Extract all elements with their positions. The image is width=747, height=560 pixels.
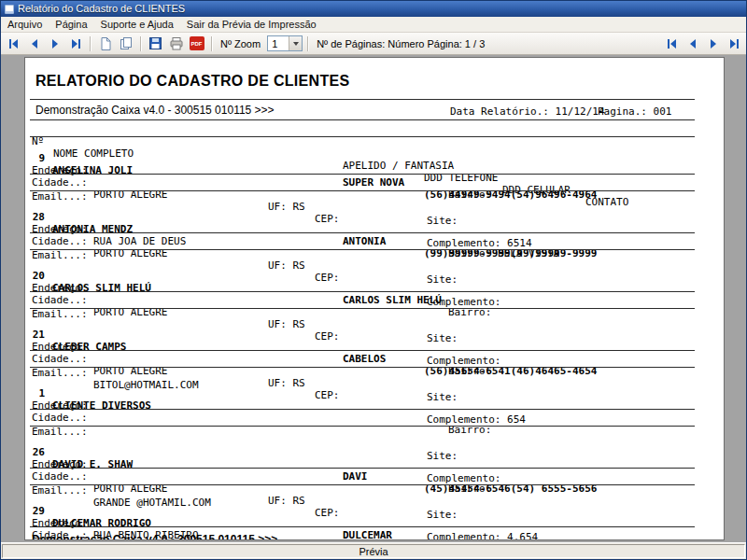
rule [30,426,695,427]
toolbar-separator [90,36,91,51]
client-address-row: Endereço: Bairro: [25,446,724,457]
pages-info-label: Nº de Páginas: Número Página: 1 / 3 [317,38,485,49]
save-icon [148,36,162,50]
print-button[interactable] [166,35,186,53]
zoom-value: 1 [268,36,289,50]
single-page-view-button[interactable] [95,35,115,53]
client-record: 1 CLIENTE DIVERSOS Endereço: Bairro: Cid… [25,375,724,434]
clipped-footer-line: Demonstração Caixa v4.0 - 300515 010115 … [32,533,277,540]
app-icon [5,5,14,14]
client-record: 26 DAVID E. SHAW DAVI (45)45454-6546(54)… [25,434,724,493]
next-page-icon [706,36,721,51]
two-page-view-button[interactable] [116,35,135,53]
statusbar: Prévia [1,542,746,559]
menu-suporte-ajuda[interactable]: Suporte e Ajuda [94,18,180,31]
last-page-button-right[interactable] [724,35,743,53]
rule [30,409,695,410]
toolbar-separator [211,36,212,51]
app-window: Relatório do Cadastro de CLIENTES Arquiv… [0,0,747,560]
client-email-row: Email...: GRANDE @HOTAMIL.COM Site: [25,472,724,483]
client-record: 28 ANTONIA MENDZ ANTONIA (99)99999-9999(… [25,199,724,258]
chevron-down-icon[interactable] [289,36,302,50]
prev-page-icon [27,36,42,51]
prev-page-icon [685,36,700,51]
export-pdf-button[interactable]: PDF [187,35,206,53]
prev-page-button-right[interactable] [683,35,702,53]
report-page: RELATORIO DO CADASTRO DE CLIENTES Demons… [24,57,725,540]
client-address-row: Endereço: RUA BENTO RIBEIRO Bairro: BELA… [25,505,724,516]
titlebar[interactable]: Relatório do Cadastro de CLIENTES [1,1,746,17]
single-page-icon [98,36,113,51]
client-record: 9 ANGELINA JOLI SUPER NOVA (56)44949-949… [25,140,724,199]
client-address-row: Endereço: Bairro: [25,152,724,163]
first-page-button-right[interactable] [662,35,682,53]
toolbar-separator [140,36,141,51]
two-pages-icon [119,36,134,51]
client-name-row: 29 DULCEMAR RODRIGO DULCEMAR (65)46346-4… [25,493,724,504]
menu-sair-previa[interactable]: Sair da Prévia de Impressão [180,18,323,31]
client-address-row: Endereço: Bairro: [25,329,724,340]
printer-icon [169,36,184,51]
client-email-row: Email...: BITOL@HOTMAIL.COM Site: [25,355,724,366]
rule [30,174,695,175]
client-name-row: 28 ANTONIA MENDZ ANTONIA (99)99999-9999(… [25,199,724,210]
toolbar: PDF Nº Zoom 1 Nº de Páginas: Número Pági… [1,33,746,55]
first-page-button[interactable] [4,35,23,53]
client-name-row: 9 ANGELINA JOLI SUPER NOVA (56)44949-949… [25,140,724,151]
toolbar-separator [307,36,308,51]
client-address-row: Endereço: Bairro: [25,387,724,399]
next-page-icon [48,36,63,51]
last-page-button[interactable] [65,35,85,53]
rule [30,350,695,351]
client-email-row: Email...: Site: [25,178,724,189]
client-address-row: Endereço: RUA JOA DE DEUS Bairro: BELA V… [25,211,724,222]
client-email-row: Email...: Site: [25,413,724,425]
client-record: 20 CARLOS SLIM HELÚ CARLOS SLIM HELÚ End… [25,258,724,316]
records-container: 9 ANGELINA JOLI SUPER NOVA (56)44949-949… [25,58,724,539]
rule [30,308,695,309]
next-page-button-right[interactable] [703,35,723,53]
client-name-row: 26 DAVID E. SHAW DAVI (45)45454-6546(54)… [25,434,724,445]
client-name-row: 21 CLEBER CAMPS CABELOS (56)45654-6541(4… [25,316,724,328]
menu-pagina[interactable]: Página [49,18,93,31]
client-address-row: Endereço: Bairro: [25,270,724,281]
rule [30,291,695,292]
next-page-button[interactable] [45,35,64,53]
pdf-icon: PDF [190,36,204,50]
client-name-row: 20 CARLOS SLIM HELÚ CARLOS SLIM HELÚ [25,258,724,269]
prev-page-button[interactable] [24,35,44,53]
menubar: Arquivo Página Suporte e Ajuda Sair da P… [1,17,746,33]
first-page-icon [665,36,680,51]
status-text: Prévia [359,546,388,557]
preview-area[interactable]: RELATORIO DO CADASTRO DE CLIENTES Demons… [1,55,746,542]
rule [30,249,695,250]
client-record: 21 CLEBER CAMPS CABELOS (56)45654-6541(4… [25,316,724,375]
first-page-icon [7,36,21,51]
rule [30,232,695,233]
client-apelido: DULCEMAR [343,529,392,540]
rule [30,367,695,368]
client-email-row: Email...: Site: [25,296,724,307]
rule [30,190,695,191]
rule [30,468,695,469]
zoom-select[interactable]: 1 [267,35,303,51]
save-button[interactable] [146,35,165,53]
rule [30,484,695,485]
rule [30,526,695,527]
client-name-row: 1 CLIENTE DIVERSOS [25,375,724,386]
status-panel: Prévia [2,544,745,558]
window-title: Relatório do Cadastro de CLIENTES [18,4,185,14]
client-email-row: Email...: Site: [25,237,724,248]
last-page-icon [726,36,741,51]
zoom-label: Nº Zoom [220,38,261,49]
last-page-icon [68,36,83,51]
menu-arquivo[interactable]: Arquivo [1,18,49,31]
